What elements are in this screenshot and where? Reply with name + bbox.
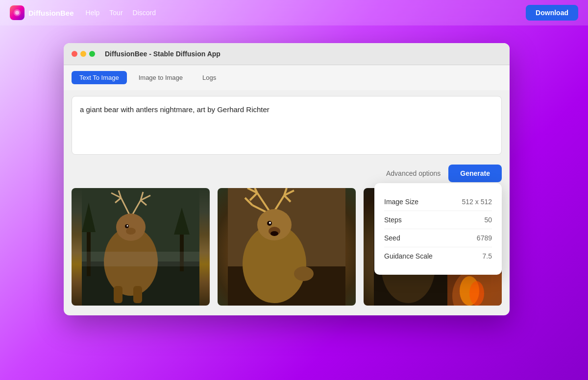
prompt-text: a giant bear with antlers nightmare, art… — [80, 105, 270, 114]
window-title: DiffusionBee - Stable Diffusion App — [105, 50, 220, 58]
window-titlebar: DiffusionBee - Stable Diffusion App — [64, 43, 510, 65]
popup-row-image-size: Image Size 512 x 512 — [384, 193, 492, 211]
svg-point-42 — [269, 222, 271, 224]
discord-link[interactable]: Discord — [133, 9, 156, 17]
steps-value: 50 — [484, 216, 492, 224]
guidance-scale-value: 7.5 — [483, 252, 492, 260]
svg-rect-23 — [82, 252, 199, 266]
tab-image-to-image[interactable]: Image to Image — [131, 71, 191, 84]
advanced-options-label[interactable]: Advanced options — [386, 169, 441, 177]
bear-image-2-svg — [218, 188, 356, 306]
bear-image-1-svg — [72, 188, 210, 306]
minimize-button[interactable] — [80, 51, 86, 57]
image-size-value: 512 x 512 — [462, 198, 492, 206]
svg-rect-21 — [114, 286, 122, 303]
popup-row-steps: Steps 50 — [384, 211, 492, 229]
guidance-scale-label: Guidance Scale — [384, 252, 433, 260]
prompt-area[interactable]: a giant bear with antlers nightmare, art… — [72, 96, 502, 155]
seed-value: 6789 — [477, 234, 492, 242]
svg-point-1 — [15, 11, 19, 15]
svg-point-40 — [270, 231, 278, 236]
svg-point-43 — [294, 266, 314, 281]
nav-links: Help Tour Discord — [86, 9, 526, 17]
navbar: DiffusionBee Help Tour Discord Download — [0, 0, 588, 25]
maximize-button[interactable] — [89, 51, 95, 57]
tour-link[interactable]: Tour — [109, 9, 122, 17]
app-window: DiffusionBee - Stable Diffusion App Text… — [64, 43, 510, 315]
advanced-options-popup: Image Size 512 x 512 Steps 50 Seed 6789 … — [374, 183, 502, 275]
generated-image-1[interactable] — [72, 188, 210, 306]
svg-point-19 — [127, 225, 128, 227]
help-link[interactable]: Help — [86, 9, 100, 17]
svg-rect-22 — [133, 286, 142, 303]
popup-row-guidance: Guidance Scale 7.5 — [384, 247, 492, 265]
close-button[interactable] — [72, 51, 77, 57]
tab-logs[interactable]: Logs — [195, 71, 224, 84]
popup-row-seed: Seed 6789 — [384, 229, 492, 247]
svg-point-17 — [116, 214, 146, 241]
seed-label: Seed — [384, 234, 400, 242]
generate-button[interactable]: Generate — [448, 165, 502, 182]
svg-point-56 — [469, 281, 484, 306]
logo-text: DiffusionBee — [28, 9, 74, 17]
download-button[interactable]: Download — [526, 5, 578, 21]
images-row: Image Size 512 x 512 Steps 50 Seed 6789 … — [64, 188, 510, 315]
traffic-lights — [72, 51, 95, 57]
tab-text-to-image[interactable]: Text To Image — [72, 71, 127, 84]
logo-container: DiffusionBee — [10, 5, 74, 20]
generated-image-2[interactable] — [218, 188, 356, 306]
steps-label: Steps — [384, 216, 402, 224]
image-size-label: Image Size — [384, 198, 418, 206]
svg-point-20 — [126, 228, 136, 235]
logo-icon — [10, 5, 24, 20]
tabs-bar: Text To Image Image to Image Logs — [64, 65, 510, 90]
